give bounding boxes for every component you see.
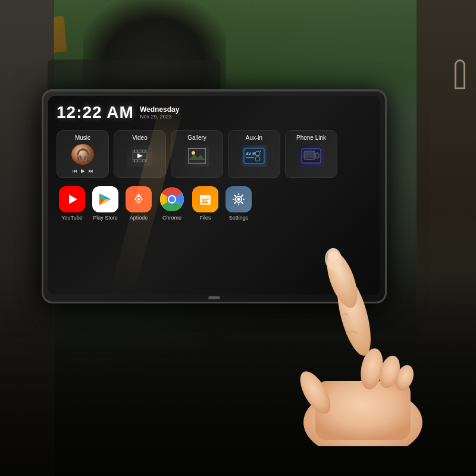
gallery-label: Gallery (187, 134, 206, 141)
settings-icon (226, 186, 252, 212)
aux-icon: AV IN (242, 145, 267, 167)
video-icon (127, 145, 152, 167)
youtube-app[interactable]: YouTube (59, 186, 85, 221)
playstore-icon (92, 186, 118, 212)
seatbelt-hook (455, 60, 465, 89)
files-svg (198, 192, 213, 207)
phonelink-widget[interactable]: Phone Link (285, 130, 337, 178)
top-widgets-row: Music 🎧 ⏮ ▶ ⏭ (57, 130, 372, 178)
svg-rect-6 (145, 150, 146, 152)
files-icon (192, 186, 218, 212)
screen-content: 12:22 AM Wednesday Nov 29, 2023 Music (48, 96, 380, 295)
aux-label: Aux-in (246, 134, 262, 141)
svg-point-23 (256, 158, 259, 160)
youtube-play-icon (69, 195, 77, 204)
settings-svg (231, 192, 246, 207)
svg-rect-2 (133, 159, 147, 160)
gallery-svg (188, 148, 206, 164)
chrome-label: Chrome (162, 215, 181, 221)
aptiode-label: Aptiode (130, 215, 148, 221)
chrome-icon (159, 186, 185, 212)
svg-rect-4 (137, 150, 138, 152)
play-button[interactable]: ▶ (81, 168, 85, 174)
playstore-svg (97, 191, 114, 208)
svg-rect-42 (202, 202, 208, 203)
svg-point-38 (169, 196, 175, 202)
gallery-icon (184, 145, 209, 167)
aux-svg: AV IN (243, 148, 265, 164)
youtube-label: YouTube (61, 215, 82, 221)
tablet-home-button[interactable] (208, 296, 220, 299)
phonelink-svg (300, 148, 322, 164)
music-controls: ⏮ ▶ ⏭ (73, 168, 93, 174)
svg-rect-26 (315, 153, 319, 158)
svg-rect-27 (305, 152, 314, 158)
clock-time: 12:22 AM (57, 103, 134, 122)
video-label: Video (132, 134, 147, 141)
settings-label: Settings (229, 215, 249, 221)
svg-text:AV IN: AV IN (246, 152, 256, 156)
playstore-label: Play Store (93, 215, 118, 221)
clock-date-block: Wednesday Nov 29, 2023 (140, 103, 179, 120)
music-label: Music (75, 134, 90, 141)
music-widget[interactable]: Music 🎧 ⏮ ▶ ⏭ (57, 130, 109, 178)
settings-app[interactable]: Settings (226, 186, 252, 221)
svg-rect-1 (133, 152, 147, 153)
svg-point-34 (137, 198, 140, 201)
aptiode-app[interactable]: Aptiode (126, 186, 152, 221)
svg-rect-40 (202, 199, 209, 200)
aptiode-svg (131, 192, 146, 207)
music-album-art: 🎧 (71, 144, 94, 165)
bottom-apps-row: YouTube Play (57, 186, 372, 221)
svg-rect-9 (142, 160, 143, 162)
svg-rect-8 (137, 160, 138, 162)
aptiode-icon (126, 186, 152, 212)
tablet: 12:22 AM Wednesday Nov 29, 2023 Music (42, 89, 387, 303)
svg-rect-7 (134, 160, 135, 162)
aux-widget[interactable]: Aux-in AV IN (228, 130, 280, 178)
film-svg (132, 149, 148, 162)
svg-rect-16 (244, 148, 264, 164)
gallery-widget[interactable]: Gallery (171, 130, 223, 178)
playstore-app[interactable]: Play Store (92, 186, 118, 221)
files-label: Files (199, 215, 211, 221)
album-image: 🎧 (71, 144, 94, 165)
svg-point-43 (237, 198, 240, 201)
svg-rect-12 (189, 149, 205, 163)
person-icon: 🎧 (76, 148, 90, 162)
tablet-screen[interactable]: 12:22 AM Wednesday Nov 29, 2023 Music (48, 96, 380, 295)
files-app[interactable]: Files (192, 186, 218, 221)
clock-full-date: Nov 29, 2023 (140, 114, 179, 120)
tablet-bezel: 12:22 AM Wednesday Nov 29, 2023 Music (42, 89, 387, 303)
svg-rect-5 (142, 150, 143, 152)
clock-day: Wednesday (140, 105, 179, 114)
video-widget[interactable]: Video (114, 130, 166, 178)
svg-rect-41 (202, 201, 207, 202)
svg-rect-3 (134, 150, 135, 152)
next-button[interactable]: ⏭ (89, 168, 93, 174)
chrome-app[interactable]: Chrome (159, 186, 185, 221)
svg-rect-18 (246, 157, 254, 158)
svg-point-13 (192, 151, 195, 155)
phonelink-label: Phone Link (296, 134, 326, 141)
chrome-svg (159, 186, 185, 212)
svg-rect-10 (145, 160, 146, 162)
phonelink-icon (299, 145, 324, 167)
youtube-icon (59, 186, 85, 212)
clock-section: 12:22 AM Wednesday Nov 29, 2023 (57, 103, 372, 122)
svg-point-20 (256, 152, 259, 155)
prev-button[interactable]: ⏮ (73, 168, 77, 174)
